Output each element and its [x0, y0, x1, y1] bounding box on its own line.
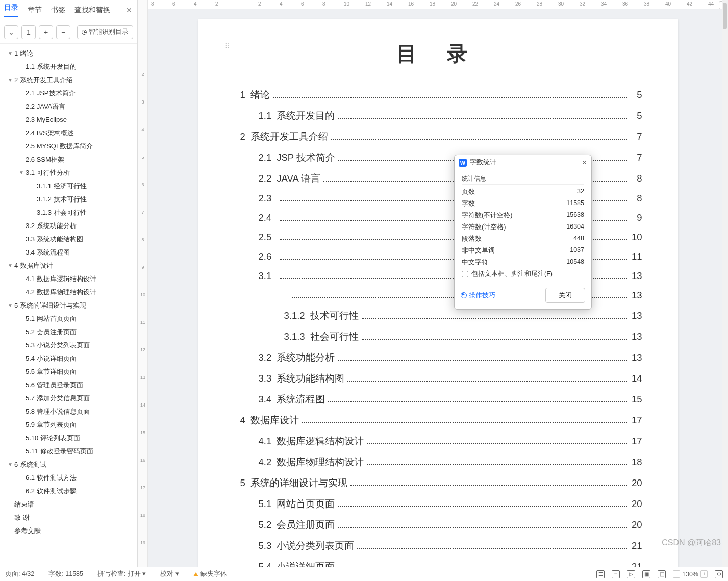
toc-number: 4: [240, 415, 245, 426]
include-textbox-footnote-checkbox[interactable]: 包括文本框、脚注和尾注(F): [462, 270, 584, 279]
outline-item[interactable]: 3.1.1 经济可行性: [2, 180, 135, 193]
view-mode-4-icon[interactable]: ▣: [642, 570, 650, 578]
toc-row[interactable]: 3.1.3社会可行性13: [284, 330, 642, 343]
outline-item[interactable]: 3.1.2 技术可行性: [2, 193, 135, 206]
outline-item[interactable]: ▼1 绪论: [2, 47, 135, 60]
toc-row[interactable]: 3.4系统流程图15: [259, 393, 642, 406]
toggle-triangle-icon[interactable]: ▼: [18, 166, 24, 180]
toc-leader: [328, 401, 626, 402]
toc-row[interactable]: 2系统开发工具介绍7: [240, 130, 642, 143]
outline-item[interactable]: 5.5 章节详细页面: [2, 365, 135, 378]
toc-row[interactable]: 3.1.2技术可行性13: [284, 309, 642, 322]
zoom-out-button[interactable]: −: [673, 570, 680, 578]
outline-item[interactable]: 5.11 修改登录密码页面: [2, 445, 135, 458]
toggle-triangle-icon[interactable]: ▼: [7, 47, 13, 60]
collapse-level-button[interactable]: 1: [21, 25, 36, 39]
missing-font-warning[interactable]: 缺失字体: [193, 570, 227, 578]
outline-item[interactable]: 2.2 JAVA语言: [2, 100, 135, 113]
toc-row[interactable]: 5.1网站首页页面20: [259, 497, 642, 510]
outline-item[interactable]: 6.1 软件测试方法: [2, 471, 135, 485]
dialog-close-icon[interactable]: ✕: [582, 159, 587, 166]
spellcheck-indicator[interactable]: 拼写检查: 打开 ▾: [97, 570, 146, 578]
outline-item[interactable]: 2.6 SSM框架: [2, 153, 135, 166]
view-mode-2-icon[interactable]: ≡: [612, 570, 620, 578]
tab-toc[interactable]: 目录: [4, 3, 18, 17]
outline-item[interactable]: 1.1 系统开发目的: [2, 60, 135, 73]
toc-row[interactable]: 5.3小说分类列表页面21: [259, 539, 642, 552]
outline-item[interactable]: 5.8 管理小说信息页面: [2, 405, 135, 418]
scrollbar-thumb[interactable]: [723, 3, 727, 29]
outline-item[interactable]: 5.6 管理员登录页面: [2, 378, 135, 392]
remove-heading-button[interactable]: −: [56, 25, 70, 39]
outline-item[interactable]: ▼5 系统的详细设计与实现: [2, 299, 135, 312]
zoom-control[interactable]: − 130% +: [673, 570, 708, 578]
toc-row[interactable]: 5.4小说详细页面21: [259, 560, 642, 567]
outline-item[interactable]: ▼3.1 可行性分析: [2, 166, 135, 180]
outline-item[interactable]: 3.1.3 社会可行性: [2, 206, 135, 219]
outline-item[interactable]: 2.5 MYSQL数据库简介: [2, 140, 135, 153]
toggle-triangle-icon[interactable]: ▼: [7, 259, 13, 272]
outline-item[interactable]: ▼4 数据库设计: [2, 259, 135, 272]
outline-item[interactable]: 3.2 系统功能分析: [2, 219, 135, 233]
outline-item[interactable]: 参考文献: [2, 524, 135, 538]
toc-row[interactable]: 4.1数据库逻辑结构设计17: [259, 435, 642, 447]
outline-item[interactable]: 2.3 MyEclipse: [2, 113, 135, 127]
outline-item[interactable]: 5.2 会员注册页面: [2, 325, 135, 339]
toc-row[interactable]: 3.2系统功能分析13: [259, 351, 642, 364]
toggle-triangle-icon[interactable]: ▼: [7, 458, 13, 471]
dialog-titlebar[interactable]: W 字数统计 ✕: [455, 155, 591, 170]
outline-item[interactable]: 结束语: [2, 498, 135, 511]
outline-item[interactable]: 3.3 系统功能结构图: [2, 233, 135, 246]
include-checkbox[interactable]: [462, 271, 468, 277]
outline-item[interactable]: 5.7 添加分类信息页面: [2, 392, 135, 405]
outline-item[interactable]: ▼6 系统测试: [2, 458, 135, 471]
outline-item[interactable]: 5.1 网站首页页面: [2, 312, 135, 325]
close-button[interactable]: 关闭: [545, 288, 585, 303]
tips-link[interactable]: 操作技巧: [461, 291, 495, 300]
word-count-indicator[interactable]: 字数: 11585: [48, 570, 83, 578]
view-mode-1-icon[interactable]: ☰: [596, 570, 605, 578]
drag-handle-icon[interactable]: ⠿: [225, 43, 231, 50]
toggle-triangle-icon[interactable]: ▼: [7, 73, 13, 87]
outline-item[interactable]: 2.1 JSP技术简介: [2, 87, 135, 100]
page-number-indicator[interactable]: 页面: 4/32: [5, 570, 34, 578]
expand-all-button[interactable]: ⌄: [4, 25, 18, 39]
toc-row[interactable]: 4数据库设计17: [240, 414, 642, 426]
tab-bookmarks[interactable]: 书签: [51, 6, 65, 15]
view-mode-5-icon[interactable]: ◫: [658, 570, 666, 578]
stat-label: 中文字符: [462, 258, 488, 267]
toc-row[interactable]: 3.3系统功能结构图14: [259, 372, 642, 385]
outline-item[interactable]: ▼2 系统开发工具介绍: [2, 73, 135, 87]
sidebar-close-icon[interactable]: ✕: [125, 6, 133, 14]
outline-item[interactable]: 5.3 小说分类列表页面: [2, 339, 135, 352]
review-indicator[interactable]: 校对 ▾: [160, 570, 179, 578]
vertical-scrollbar[interactable]: [722, 0, 728, 567]
outline-item[interactable]: 4.1 数据库逻辑结构设计: [2, 272, 135, 286]
outline-item[interactable]: 2.4 B/S架构概述: [2, 127, 135, 140]
toc-row[interactable]: 5.2会员注册页面20: [259, 518, 642, 531]
outline-item[interactable]: 5.4 小说详细页面: [2, 352, 135, 365]
tab-find-replace[interactable]: 查找和替换: [74, 6, 110, 15]
toc-page: 8: [630, 173, 642, 184]
outline-item[interactable]: 5.9 章节列表页面: [2, 418, 135, 432]
toc-page: 10: [630, 232, 642, 243]
toggle-triangle-icon[interactable]: ▼: [7, 299, 13, 312]
zoom-in-button[interactable]: +: [700, 570, 708, 578]
outline-item[interactable]: 3.4 系统流程图: [2, 246, 135, 259]
view-mode-3-icon[interactable]: ▷: [627, 570, 635, 578]
toc-row[interactable]: 1.1系统开发目的5: [259, 109, 642, 122]
tab-chapters[interactable]: 章节: [28, 6, 42, 15]
toc-row[interactable]: 4.2数据库物理结构设计18: [259, 456, 642, 468]
toc-page: 17: [630, 415, 642, 426]
outline-item[interactable]: 致 谢: [2, 511, 135, 524]
toc-row[interactable]: 1绪论5: [240, 88, 642, 101]
ruler-tick: 10: [344, 1, 349, 7]
outline-item[interactable]: 4.2 数据库物理结构设计: [2, 286, 135, 299]
toc-title: 系统功能分析: [277, 351, 335, 364]
add-heading-button[interactable]: +: [39, 25, 53, 39]
outline-item[interactable]: 6.2 软件测试步骤: [2, 485, 135, 498]
settings-icon[interactable]: ⚙: [715, 570, 723, 578]
outline-item[interactable]: 5.10 评论列表页面: [2, 432, 135, 445]
smart-toc-button[interactable]: 智能识别目录: [77, 25, 133, 39]
toc-row[interactable]: 5系统的详细设计与实现20: [240, 476, 642, 489]
